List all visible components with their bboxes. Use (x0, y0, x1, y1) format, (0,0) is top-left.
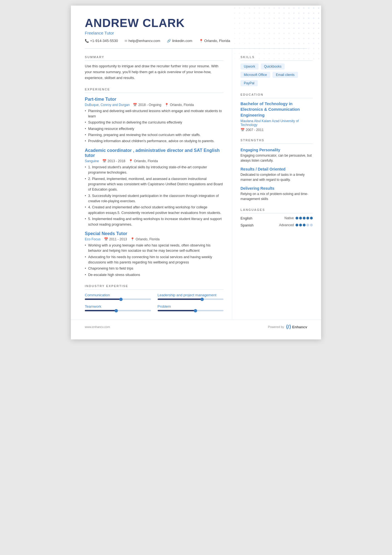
job-title-0: Part-time Tutor (85, 97, 224, 102)
lang-name-1: Spanish (240, 223, 254, 227)
resume-page: ANDREW CLARK Freelance Tutor 📞 +1-914-34… (71, 6, 321, 339)
bullet-1-2: 3. Successfully improved student partici… (85, 193, 224, 204)
bullet-1-4: 5. Implemented reading and writing works… (85, 216, 224, 227)
expertise-label-0: Communication (85, 293, 151, 297)
strengths-section-title: STRENGTHS (240, 139, 313, 144)
strength-item-2: Delivering Results Relying on a mix of p… (240, 186, 313, 201)
bar-track-1 (158, 299, 224, 300)
linkedin-contact: 🔗 linkedin.com (167, 39, 192, 43)
strength-title-2: Delivering Results (240, 186, 313, 191)
email-icon: ✉ (125, 39, 127, 43)
contact-bar: 📞 +1-914-345-5530 ✉ help@enhancv.com 🔗 l… (85, 39, 307, 43)
header: ANDREW CLARK Freelance Tutor 📞 +1-914-34… (71, 6, 321, 48)
education-section-title: EDUCATION (240, 93, 313, 98)
job-bullets-1: 1. Improved student's analytical skills … (85, 165, 224, 227)
strength-item-1: Results / Detail Oriented Dedicated to c… (240, 167, 313, 182)
edu-school: Maulana Abul Kalam Azad University of Te… (240, 119, 313, 127)
summary-text: Use this opportunity to intrigue and dra… (85, 63, 224, 81)
lang-dot-1-2 (303, 224, 306, 226)
powered-by-text: Powered by (268, 325, 284, 329)
location-text: Orlando, Florida (204, 39, 230, 43)
lang-name-0: English (240, 216, 252, 220)
right-column: SKILLS Upwork Quickbooks Microsoft Offic… (232, 49, 321, 320)
expertise-grid: Communication Leadership and project man… (85, 293, 224, 311)
strength-item-0: Engaging Personality Engaging communicat… (240, 148, 313, 163)
job-dates-0: 📅 2018 - Ongoing (133, 103, 161, 107)
skill-chip-3: Email clients (272, 72, 298, 78)
expertise-item-1: Leadership and project management (158, 293, 224, 300)
bar-fill-0 (85, 299, 121, 300)
bar-dot-0 (119, 298, 123, 301)
strength-desc-1: Dedicated to completion of tasks in a ti… (240, 172, 313, 182)
edu-degree: Bachelor of Technology in Electronics & … (240, 101, 313, 118)
main-content: SUMMARY Use this opportunity to intrigue… (71, 49, 321, 320)
enhancv-logo-icon: ⟨/⟩ (286, 324, 291, 330)
bullet-0-0: Planning and delivering well-structured … (85, 108, 224, 119)
job-meta-0: DuBuque, Conroy and Durgan 📅 2018 - Ongo… (85, 103, 224, 107)
bullet-2-0: Working with a young teenage male who ha… (85, 243, 224, 254)
enhancv-logo: ⟨/⟩ Enhancv (286, 324, 307, 330)
job-entry-0: Part-time Tutor DuBuque, Conroy and Durg… (85, 97, 224, 144)
job-meta-1: Sanguine 📅 2013 - 2018 📍 Orlando, Florid… (85, 159, 224, 163)
job-entry-2: Special Needs Tutor Eco Focus 📅 2011 - 2… (85, 231, 224, 278)
bar-dot-2 (115, 309, 118, 312)
strength-title-0: Engaging Personality (240, 148, 313, 152)
pin-icon-0: 📍 (165, 103, 169, 107)
lang-level-0: Native (284, 216, 294, 220)
pin-icon-2: 📍 (130, 237, 135, 241)
lang-dots-0 (296, 217, 313, 219)
location-contact: 📍 Orlando, Florida (199, 39, 230, 43)
lang-row-0: English Native (240, 216, 313, 220)
bullet-2-2: Chaproneing him to field trips (85, 266, 224, 271)
linkedin-icon: 🔗 (167, 39, 171, 43)
lang-dot-1-0 (296, 224, 298, 226)
enhancv-brand-name: Enhancv (292, 325, 307, 329)
lang-right-0: Native (284, 216, 313, 220)
bullet-1-1: 2. Planned, implemented, monitored, and … (85, 176, 224, 193)
phone-icon: 📞 (85, 39, 89, 43)
strength-desc-2: Relying on a mix of problem-solving and … (240, 191, 313, 201)
lang-dot-0-3 (306, 217, 309, 219)
job-title-2: Special Needs Tutor (85, 231, 224, 236)
job-location-0: 📍 Orlando, Florida (165, 103, 194, 107)
lang-dot-0-0 (296, 217, 298, 219)
expertise-item-3: Problem (158, 304, 224, 311)
job-title-1: Academic coordinator , administrative di… (85, 148, 224, 158)
lang-dot-0-4 (310, 217, 313, 219)
experience-section-title: EXPERIENCE (85, 88, 224, 93)
pin-icon-1: 📍 (129, 159, 133, 163)
bullet-2-3: De-escalate high stress situations (85, 272, 224, 278)
job-dates-1: 📅 2013 - 2018 (102, 159, 125, 163)
job-company-2: Eco Focus (85, 237, 101, 241)
job-company-0: DuBuque, Conroy and Durgan (85, 103, 130, 107)
expertise-section-title: INDUSTRY EXPERTISE (85, 284, 224, 290)
footer-brand: Powered by ⟨/⟩ Enhancv (268, 324, 307, 330)
expertise-item-2: Teamwork (85, 304, 151, 311)
bar-fill-1 (158, 299, 203, 300)
edu-dates: 📅 2007 - 2011 (240, 128, 313, 132)
job-meta-2: Eco Focus 📅 2011 - 2013 📍 Orlando, Flori… (85, 237, 224, 241)
job-company-1: Sanguine (85, 159, 99, 163)
expertise-label-1: Leadership and project management (158, 293, 224, 297)
email-address: help@enhancv.com (128, 39, 160, 43)
job-bullets-2: Working with a young teenage male who ha… (85, 243, 224, 278)
job-bullets-0: Planning and delivering well-structured … (85, 108, 224, 144)
linkedin-url: linkedin.com (172, 39, 192, 43)
bar-track-0 (85, 299, 151, 300)
lang-right-1: Advanced (279, 223, 313, 227)
lang-dot-1-3 (306, 224, 309, 226)
bullet-0-2: Managing resource effectively (85, 126, 224, 132)
left-column: SUMMARY Use this opportunity to intrigue… (71, 49, 232, 320)
skill-chip-0: Upwork (240, 63, 259, 70)
candidate-name: ANDREW CLARK (85, 17, 307, 29)
skills-section-title: SKILLS (240, 55, 313, 61)
calendar-icon-1: 📅 (102, 159, 106, 163)
lang-row-1: Spanish Advanced (240, 223, 313, 227)
footer-url: www.enhancv.com (85, 325, 110, 329)
bar-dot-3 (194, 309, 197, 312)
bullet-1-3: 4. Created and implemented after-school … (85, 205, 224, 216)
bar-fill-2 (85, 310, 116, 311)
bar-track-3 (158, 310, 224, 311)
bullet-2-1: Advocating for his needs by connecting h… (85, 255, 224, 265)
job-location-2: 📍 Orlando, Florida (130, 237, 160, 241)
